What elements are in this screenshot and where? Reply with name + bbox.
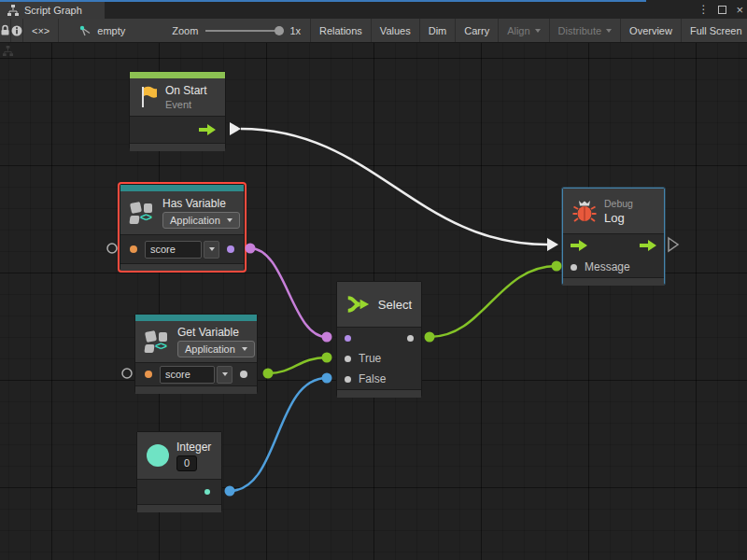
scope-value: Application	[170, 215, 220, 226]
distribute-button[interactable]: Distribute	[550, 19, 621, 42]
variable-dropdown-button[interactable]	[217, 366, 233, 384]
node-title: Log	[604, 211, 633, 225]
values-label: Values	[380, 25, 411, 36]
node-header: Debug Log	[563, 189, 664, 233]
node-get-variable[interactable]: <> Get Variable Application score	[134, 314, 258, 393]
zoom-control: Zoom 1x	[134, 19, 310, 42]
relations-label: Relations	[319, 25, 362, 36]
graph-icon	[7, 5, 19, 16]
integer-output-port[interactable]	[204, 489, 210, 495]
overview-button[interactable]: Overview	[621, 19, 682, 42]
align-label: Align	[507, 25, 529, 36]
scope-value: Application	[185, 343, 235, 355]
node-integer[interactable]: Integer 0	[136, 431, 222, 511]
zoom-label: Zoom	[172, 25, 198, 36]
close-icon[interactable]: ×	[736, 3, 743, 17]
port-row: score	[135, 363, 257, 385]
carry-button[interactable]: Carry	[456, 19, 499, 42]
condition-input-port[interactable]	[345, 335, 351, 342]
node-header: <> Get Variable Application	[135, 321, 257, 362]
chevron-down-icon	[209, 247, 215, 251]
variables-icon: <>	[145, 330, 170, 354]
flow-output-port[interactable]	[199, 124, 216, 135]
port-row: False	[337, 369, 421, 389]
tab-script-graph[interactable]: Script Graph	[0, 2, 105, 19]
full-screen-label: Full Screen	[690, 25, 742, 36]
variable-dropdown-button[interactable]	[204, 241, 219, 259]
dim-button[interactable]: Dim	[420, 19, 457, 42]
code-view-button[interactable]: <×>	[23, 19, 59, 42]
info-button[interactable]	[11, 19, 23, 42]
zoom-slider[interactable]	[205, 30, 282, 32]
name-input-port[interactable]	[130, 245, 137, 253]
toolbar: <×> empty Zoom 1x Relations Values Dim C…	[0, 19, 747, 43]
variable-color-bar	[135, 315, 257, 321]
dim-label: Dim	[429, 25, 447, 36]
port-row: score	[120, 235, 244, 263]
message-input-port[interactable]	[571, 264, 577, 271]
value-output-port[interactable]	[240, 371, 247, 378]
zoom-slider-handle[interactable]	[275, 26, 284, 35]
chevron-down-icon	[242, 347, 247, 351]
selection-status-label: empty	[97, 25, 125, 36]
node-header: Select	[337, 282, 421, 327]
event-color-bar	[130, 72, 225, 78]
variable-name-dropdown[interactable]: score	[145, 241, 219, 259]
info-icon	[11, 25, 22, 36]
node-footer	[137, 505, 221, 512]
variable-name-dropdown[interactable]: score	[160, 366, 233, 384]
bug-icon	[572, 199, 597, 223]
node-footer	[120, 264, 244, 272]
align-button[interactable]: Align	[499, 19, 549, 42]
values-button[interactable]: Values	[372, 19, 420, 42]
chevron-down-icon	[227, 218, 233, 222]
node-has-variable[interactable]: <> Has Variable Application score	[120, 184, 245, 271]
node-debug-log[interactable]: Debug Log Message	[562, 188, 665, 285]
scope-dropdown[interactable]: Application	[177, 341, 255, 357]
false-input-port[interactable]	[345, 376, 351, 383]
graph-pointer-icon	[79, 25, 92, 36]
port-row	[337, 328, 421, 348]
variables-icon: <>	[130, 202, 155, 225]
flow-output-port[interactable]	[640, 240, 656, 251]
code-brackets-icon: <×>	[32, 25, 49, 36]
flow-input-port[interactable]	[571, 240, 587, 251]
selection-output-port[interactable]	[407, 335, 414, 342]
variable-name-value: score	[160, 366, 215, 384]
integer-type-icon	[147, 444, 169, 467]
node-footer	[563, 278, 664, 286]
name-input-port[interactable]	[145, 371, 152, 378]
selection-status: empty	[59, 19, 134, 42]
chevron-down-icon	[606, 29, 612, 33]
node-title: Get Variable	[177, 326, 255, 339]
code-icon: <>	[140, 211, 151, 224]
node-header: <> Has Variable Application	[120, 191, 244, 234]
true-input-port[interactable]	[345, 356, 351, 362]
node-header: On Start Event	[130, 78, 225, 116]
distribute-label: Distribute	[558, 25, 601, 36]
menu-icon[interactable]: ⋮	[698, 3, 709, 16]
variable-name-value: score	[145, 241, 202, 259]
maximize-icon[interactable]	[718, 6, 726, 14]
toolbar-right-group: Relations Values Dim Carry Align Distrib…	[310, 19, 747, 42]
chevron-down-icon	[222, 372, 228, 376]
lock-button[interactable]	[0, 19, 11, 42]
node-header: Integer 0	[137, 432, 221, 479]
relations-button[interactable]: Relations	[310, 19, 372, 42]
select-icon	[346, 293, 371, 315]
node-select[interactable]: Select True False	[336, 281, 422, 397]
window-controls: ⋮ ×	[698, 0, 743, 19]
variable-color-bar	[120, 185, 244, 191]
message-port-label: Message	[585, 260, 630, 273]
chevron-down-icon	[535, 29, 541, 33]
node-footer	[130, 144, 225, 151]
node-on-start[interactable]: On Start Event	[129, 71, 226, 149]
scope-dropdown[interactable]: Application	[162, 212, 240, 229]
full-screen-button[interactable]: Full Screen	[682, 19, 747, 42]
bool-output-port[interactable]	[227, 245, 234, 253]
port-row	[130, 117, 225, 143]
integer-value-field[interactable]: 0	[176, 455, 197, 471]
node-category: Debug	[604, 198, 633, 209]
node-footer	[135, 386, 257, 394]
focus-accent-line	[0, 0, 646, 2]
